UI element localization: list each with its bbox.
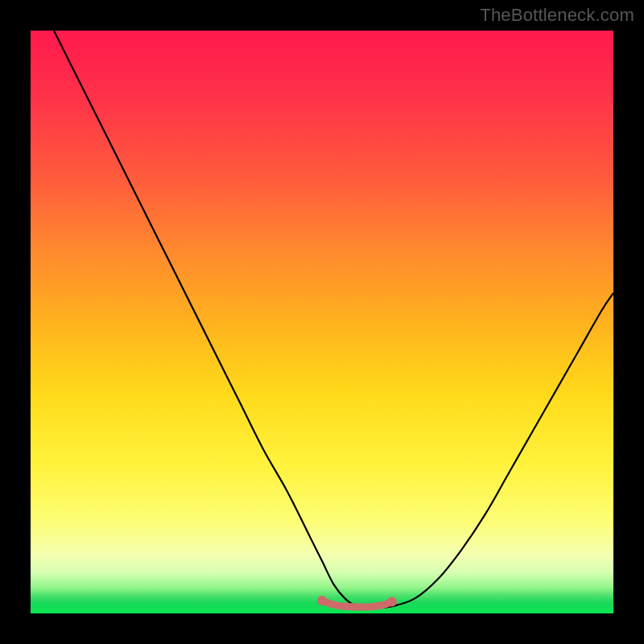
gradient-plot-area [31, 31, 613, 613]
curve-svg [31, 31, 613, 613]
bottleneck-curve-path [54, 31, 613, 608]
chart-frame: TheBottleneck.com [0, 0, 644, 644]
marked-range-end-dot [387, 597, 397, 607]
marked-range-path [322, 601, 392, 607]
watermark-text: TheBottleneck.com [480, 5, 634, 26]
marked-range-start-dot [317, 596, 327, 605]
